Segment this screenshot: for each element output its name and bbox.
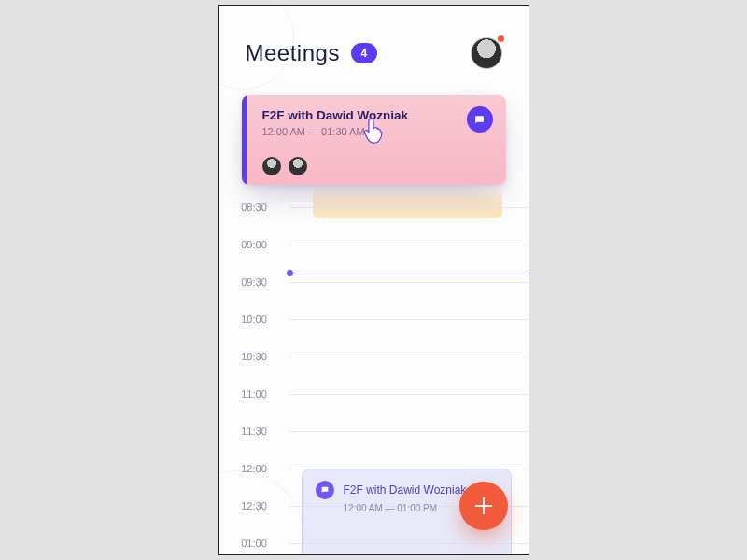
current-time-indicator [289, 273, 529, 273]
app-screen: Meetings 4 F2F with Dawid Wozniak 12:00 … [218, 5, 529, 555]
add-meeting-button[interactable] [459, 482, 508, 530]
time-label: 11:30 [219, 426, 289, 437]
avatar [471, 37, 502, 69]
chat-icon [316, 481, 334, 499]
chat-icon [473, 114, 486, 126]
time-label: 10:00 [219, 314, 289, 325]
time-label: 10:30 [219, 351, 289, 362]
time-label: 09:00 [219, 239, 289, 250]
profile-button[interactable] [471, 37, 502, 69]
header: Meetings 4 [246, 37, 502, 69]
time-slot: 09:00 [219, 226, 529, 263]
time-slot: 10:30 [219, 338, 529, 375]
time-label: 12:00 [219, 463, 289, 474]
time-label: 12:30 [219, 500, 289, 511]
page-title: Meetings [246, 40, 340, 66]
time-slot: 10:00 [219, 301, 529, 338]
notification-dot-icon [498, 35, 504, 42]
time-slot: 11:00 [219, 375, 529, 413]
chat-button[interactable] [467, 106, 493, 133]
touch-cursor-icon [358, 116, 389, 147]
time-slot: 08:30 [219, 189, 529, 226]
attendee-avatar [262, 157, 281, 175]
attendee-avatar [289, 157, 307, 175]
time-label: 01:00 [219, 538, 289, 549]
time-label: 11:00 [219, 388, 289, 399]
event-title: F2F with Dawid Wozniak [344, 483, 467, 497]
time-label: 08:30 [219, 202, 289, 213]
time-label: 09:30 [219, 276, 289, 287]
time-slot: 11:30 [219, 413, 529, 450]
time-slot: 09:30 [219, 263, 529, 301]
meetings-count-badge: 4 [351, 43, 377, 63]
